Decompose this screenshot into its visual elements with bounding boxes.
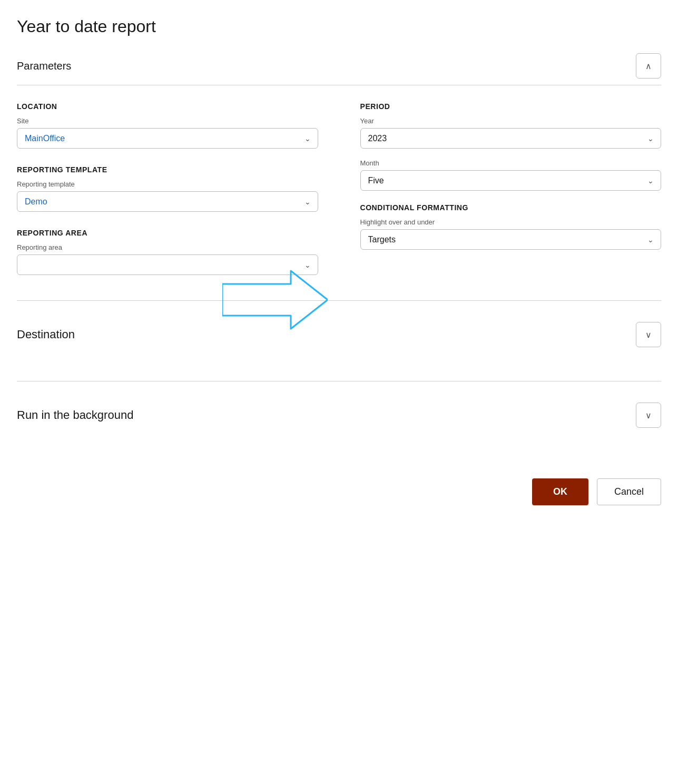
reporting-template-select[interactable]: Demo Standard Custom [17,191,318,212]
conditional-formatting-group-title: CONDITIONAL FORMATTING [360,203,662,212]
conditional-formatting-group: CONDITIONAL FORMATTING Highlight over an… [360,203,662,250]
period-group: PERIOD Year 2021 2022 2023 2024 ⌄ [360,102,662,191]
destination-divider [17,300,661,301]
destination-collapse-button[interactable]: ∨ [636,322,661,347]
reporting-template-group: REPORTING TEMPLATE Reporting template De… [17,165,318,212]
site-label: Site [17,117,318,125]
highlight-label: Highlight over and under [360,218,662,226]
bottom-actions: OK Cancel [17,478,661,522]
month-select-wrapper: One Two Three Four Five Six Seven Eight … [360,170,662,191]
reporting-area-group: REPORTING AREA Reporting area All Financ… [17,229,318,275]
month-select[interactable]: One Two Three Four Five Six Seven Eight … [360,170,662,191]
run-background-section-header: Run in the background ∨ [17,394,661,436]
site-field: Site MainOffice Branch1 Branch2 ⌄ [17,117,318,149]
parameters-section-header: Parameters ∧ [17,53,661,79]
reporting-area-select-wrapper: All Finance Operations ⌄ [17,254,318,275]
reporting-template-group-title: REPORTING TEMPLATE [17,165,318,174]
period-group-title: PERIOD [360,102,662,111]
parameters-divider [17,85,661,85]
ok-button[interactable]: OK [532,478,588,505]
month-label: Month [360,159,662,167]
run-background-divider [17,381,661,381]
highlight-select[interactable]: Targets Budget Forecast [360,229,662,250]
run-background-title: Run in the background [17,408,133,422]
reporting-area-field: Reporting area All Finance Operations ⌄ [17,243,318,275]
month-field: Month One Two Three Four Five Six Seven … [360,159,662,191]
reporting-template-field: Reporting template Demo Standard Custom … [17,180,318,212]
location-group-title: LOCATION [17,102,318,111]
site-select-wrapper: MainOffice Branch1 Branch2 ⌄ [17,128,318,149]
year-field: Year 2021 2022 2023 2024 ⌄ [360,117,662,149]
run-background-section: Run in the background ∨ [17,381,661,436]
run-background-collapse-button[interactable]: ∨ [636,403,661,428]
parameters-collapse-button[interactable]: ∧ [636,53,661,79]
right-column: PERIOD Year 2021 2022 2023 2024 ⌄ [360,102,662,275]
cancel-button[interactable]: Cancel [597,478,661,505]
left-column: LOCATION Site MainOffice Branch1 Branch2… [17,102,318,275]
highlight-select-wrapper: Targets Budget Forecast ⌄ [360,229,662,250]
page-title: Year to date report [17,17,661,36]
reporting-template-label: Reporting template [17,180,318,188]
year-select[interactable]: 2021 2022 2023 2024 [360,128,662,149]
reporting-area-select[interactable]: All Finance Operations [17,254,318,275]
parameters-content: LOCATION Site MainOffice Branch1 Branch2… [17,102,661,275]
year-select-wrapper: 2021 2022 2023 2024 ⌄ [360,128,662,149]
highlight-field: Highlight over and under Targets Budget … [360,218,662,250]
reporting-template-select-wrapper: Demo Standard Custom ⌄ [17,191,318,212]
year-label: Year [360,117,662,125]
reporting-area-group-title: REPORTING AREA [17,229,318,237]
reporting-area-label: Reporting area [17,243,318,251]
destination-section: Destination ∨ [17,300,661,356]
parameters-section-title: Parameters [17,60,71,72]
destination-section-header: Destination ∨ [17,313,661,356]
location-group: LOCATION Site MainOffice Branch1 Branch2… [17,102,318,149]
site-select[interactable]: MainOffice Branch1 Branch2 [17,128,318,149]
destination-title: Destination [17,328,75,341]
